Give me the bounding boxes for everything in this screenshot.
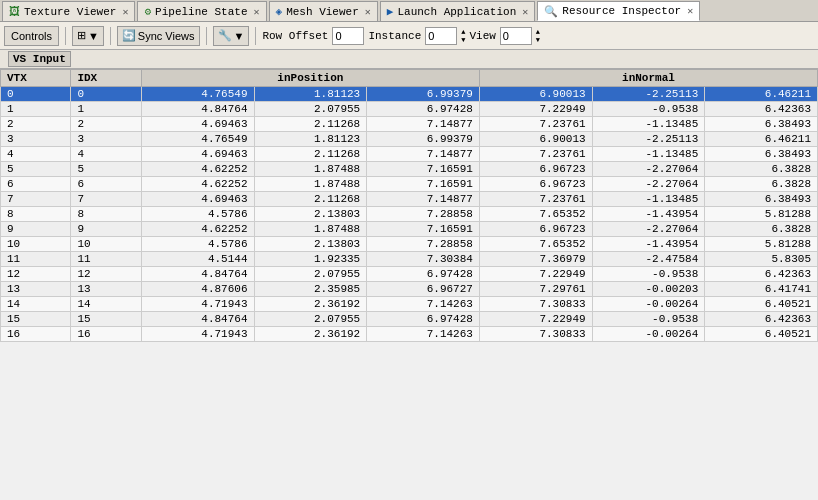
table-cell: 2 <box>71 117 141 132</box>
table-row[interactable]: 15154.847642.079556.974287.22949-0.95386… <box>1 312 818 327</box>
table-cell: 5.81288 <box>705 237 818 252</box>
table-cell: 4.5786 <box>141 207 254 222</box>
tab-label: Pipeline State <box>155 6 247 18</box>
table-cell: 14 <box>1 297 71 312</box>
table-cell: 6.96723 <box>479 177 592 192</box>
sep2 <box>110 27 111 45</box>
view-input[interactable] <box>500 27 532 45</box>
table-cell: 11 <box>71 252 141 267</box>
table-row[interactable]: 14144.719432.361927.142637.30833-0.00264… <box>1 297 818 312</box>
view-spinner[interactable]: ▲ ▼ <box>536 28 540 44</box>
tab-launch-application[interactable]: ▶ Launch Application ✕ <box>380 1 535 21</box>
table-cell: 6.97428 <box>367 312 480 327</box>
table-cell: 4.76549 <box>141 132 254 147</box>
table-cell: 7.65352 <box>479 207 592 222</box>
row-offset-input[interactable] <box>332 27 364 45</box>
spinner-down[interactable]: ▼ <box>461 36 465 44</box>
table-cell: 6.3828 <box>705 162 818 177</box>
table-cell: 1.87488 <box>254 222 367 237</box>
table-cell: 4.84764 <box>141 312 254 327</box>
tab-pipeline-state[interactable]: ⚙ Pipeline State ✕ <box>137 1 266 21</box>
controls-button[interactable]: Controls <box>4 26 59 46</box>
table-row[interactable]: 004.765491.811236.993796.90013-2.251136.… <box>1 87 818 102</box>
table-container[interactable]: VTX IDX inPosition inNormal 004.765491.8… <box>0 69 818 495</box>
table-cell: 2.07955 <box>254 312 367 327</box>
table-cell: 6.90013 <box>479 87 592 102</box>
table-cell: 1.92335 <box>254 252 367 267</box>
table-cell: 3 <box>71 132 141 147</box>
table-row[interactable]: 10104.57862.138037.288587.65352-1.439545… <box>1 237 818 252</box>
table-cell: 6.41741 <box>705 282 818 297</box>
table-cell: 7.36979 <box>479 252 592 267</box>
tab-bar: 🖼 Texture Viewer ✕ ⚙ Pipeline State ✕ ◈ … <box>0 0 818 22</box>
table-cell: 2.11268 <box>254 192 367 207</box>
tab-close-launch[interactable]: ✕ <box>522 6 528 18</box>
table-row[interactable]: 114.847642.079556.974287.22949-0.95386.4… <box>1 102 818 117</box>
table-cell: -0.9538 <box>592 102 705 117</box>
table-cell: 4.5144 <box>141 252 254 267</box>
table-row[interactable]: 11114.51441.923357.303847.36979-2.475845… <box>1 252 818 267</box>
tab-mesh-viewer[interactable]: ◈ Mesh Viewer ✕ <box>269 1 378 21</box>
table-cell: 4 <box>1 147 71 162</box>
table-row[interactable]: 224.694632.112687.148777.23761-1.134856.… <box>1 117 818 132</box>
sync-views-button[interactable]: 🔄 Sync Views <box>117 26 200 46</box>
table-cell: 1.87488 <box>254 162 367 177</box>
table-cell: 4.69463 <box>141 117 254 132</box>
table-row[interactable]: 334.765491.811236.993796.90013-2.251136.… <box>1 132 818 147</box>
table-cell: 6.40521 <box>705 327 818 342</box>
table-row[interactable]: 13134.876062.359856.967277.29761-0.00203… <box>1 282 818 297</box>
table-cell: 13 <box>1 282 71 297</box>
table-row[interactable]: 994.622521.874887.165916.96723-2.270646.… <box>1 222 818 237</box>
tab-close-resource[interactable]: ✕ <box>687 5 693 17</box>
table-cell: 8 <box>1 207 71 222</box>
table-cell: 4.84764 <box>141 102 254 117</box>
tab-label: Launch Application <box>397 6 516 18</box>
instance-input[interactable] <box>425 27 457 45</box>
table-row[interactable]: 774.694632.112687.148777.23761-1.134856.… <box>1 192 818 207</box>
table-cell: 2.35985 <box>254 282 367 297</box>
table-cell: 1.81123 <box>254 87 367 102</box>
tab-close-mesh[interactable]: ✕ <box>365 6 371 18</box>
table-cell: 4.69463 <box>141 192 254 207</box>
table-cell: 7.28858 <box>367 237 480 252</box>
table-cell: 6.40521 <box>705 297 818 312</box>
table-cell: 7.16591 <box>367 162 480 177</box>
table-cell: 7.16591 <box>367 177 480 192</box>
resource-inspector-icon: 🔍 <box>544 5 558 18</box>
table-cell: -2.25113 <box>592 132 705 147</box>
col-header-idx: IDX <box>71 70 141 87</box>
sync-views-label: Sync Views <box>138 30 195 42</box>
tab-close-texture[interactable]: ✕ <box>122 6 128 18</box>
table-cell: 9 <box>1 222 71 237</box>
table-row[interactable]: 664.622521.874887.165916.96723-2.270646.… <box>1 177 818 192</box>
table-cell: -2.27064 <box>592 177 705 192</box>
table-cell: -1.13485 <box>592 117 705 132</box>
table-cell: 5 <box>1 162 71 177</box>
table-cell: 6.3828 <box>705 177 818 192</box>
table-row[interactable]: 444.694632.112687.148777.23761-1.134856.… <box>1 147 818 162</box>
table-cell: 2.13803 <box>254 207 367 222</box>
view-spinner-up[interactable]: ▲ <box>536 28 540 36</box>
table-cell: 7.30384 <box>367 252 480 267</box>
table-row[interactable]: 16164.719432.361927.142637.30833-0.00264… <box>1 327 818 342</box>
data-table: VTX IDX inPosition inNormal 004.765491.8… <box>0 69 818 342</box>
view-spinner-down[interactable]: ▼ <box>536 36 540 44</box>
table-cell: 0 <box>1 87 71 102</box>
table-cell: -1.13485 <box>592 147 705 162</box>
table-row[interactable]: 12124.847642.079556.974287.22949-0.95386… <box>1 267 818 282</box>
spinner-up[interactable]: ▲ <box>461 28 465 36</box>
action-button[interactable]: 🔧 ▼ <box>213 26 250 46</box>
tab-resource-inspector[interactable]: 🔍 Resource Inspector ✕ <box>537 1 700 21</box>
table-cell: 6.96723 <box>479 162 592 177</box>
layout-button[interactable]: ⊞ ▼ <box>72 26 104 46</box>
tab-texture-viewer[interactable]: 🖼 Texture Viewer ✕ <box>2 1 135 21</box>
table-cell: 7.16591 <box>367 222 480 237</box>
table-cell: 7.29761 <box>479 282 592 297</box>
table-cell: 1.87488 <box>254 177 367 192</box>
instance-spinner[interactable]: ▲ ▼ <box>461 28 465 44</box>
table-row[interactable]: 554.622521.874887.165916.96723-2.270646.… <box>1 162 818 177</box>
table-cell: 13 <box>71 282 141 297</box>
col-header-inposition: inPosition <box>141 70 479 87</box>
tab-close-pipeline[interactable]: ✕ <box>254 6 260 18</box>
table-row[interactable]: 884.57862.138037.288587.65352-1.439545.8… <box>1 207 818 222</box>
